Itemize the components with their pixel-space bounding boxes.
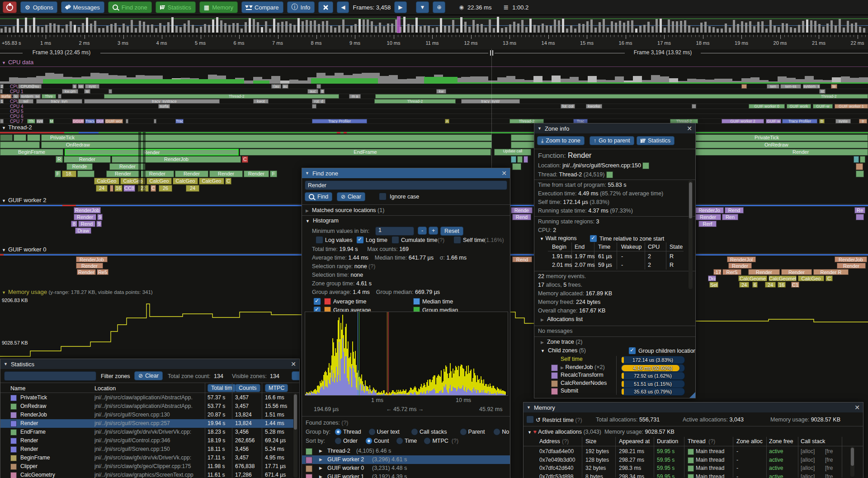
group-children-checkbox[interactable] — [628, 347, 636, 355]
statistics-row-clipper[interactable]: Clipperjni/../jni/src/claw/gfx/geo/Clipp… — [0, 462, 293, 471]
memory-titlebar[interactable]: ▼Memory✕ — [524, 402, 863, 412]
alloc-callstack-link[interactable]: [alloc] — [801, 465, 815, 471]
zone-info-titlebar[interactable]: ▼Zone info✕ — [534, 123, 695, 133]
close-icon[interactable]: ✕ — [291, 361, 296, 367]
statistics-row-renderjob[interactable]: RenderJobjni/../jni/src/guif/Screen.cpp:… — [0, 411, 293, 419]
find-clear-button[interactable]: ⊘Clear — [337, 192, 365, 201]
matched-source-locations[interactable]: Matched source locations — [312, 207, 376, 213]
statistics-row-render[interactable]: Renderjni/../jni/src/guif/Screen.cpp:150… — [0, 445, 293, 454]
find-zone-titlebar[interactable]: ▼Find zone✕ — [302, 168, 510, 178]
memory-row[interactable]: 0x7e049b3d00128 bytes298.27 ms59.95 sMai… — [524, 456, 849, 464]
statistics-clear-button[interactable]: ⊘Clear — [134, 371, 163, 380]
statistics-filter-input[interactable] — [4, 371, 96, 381]
histogram-section[interactable]: Histogram — [313, 218, 339, 224]
sort-column-mtpc[interactable]: MTPC — [265, 384, 288, 392]
sort-column-counts[interactable]: Counts — [235, 384, 260, 392]
zone-counts: 3,456 — [235, 446, 260, 452]
close-icon[interactable]: ✕ — [501, 170, 507, 176]
memory-column-address[interactable]: Address — [539, 438, 560, 445]
location-color-square[interactable] — [642, 162, 649, 169]
time-relative-checkbox[interactable] — [590, 235, 597, 242]
reset-button[interactable]: Reset — [440, 227, 463, 236]
sort-by-count[interactable] — [365, 437, 373, 445]
child-zone-submit[interactable]: Submit — [561, 388, 578, 394]
zone-trace-section[interactable]: Zone trace — [547, 339, 574, 345]
group-by-call-stacks[interactable] — [411, 428, 418, 435]
alloc-callstack-link[interactable]: [alloc] — [801, 457, 815, 463]
memory-column-size[interactable]: Size — [585, 438, 596, 445]
alloc-callstack-link[interactable]: [alloc] — [801, 473, 815, 478]
memory-column-appeared-at[interactable]: Appeared at — [619, 438, 650, 445]
statistics-titlebar[interactable]: ▼Statistics✕ — [0, 359, 299, 369]
sort-by-mtpc[interactable] — [424, 437, 431, 445]
zone-info-scrollbar[interactable] — [689, 180, 693, 289]
alloc-free-link[interactable]: [fre — [825, 473, 845, 478]
checkbox-self-time[interactable] — [453, 236, 461, 244]
min-bin-input[interactable]: 1 — [375, 227, 414, 236]
min-bin-increase-button[interactable]: + — [429, 227, 438, 235]
found-group-thread-2[interactable]: ▶Thread-2(4,105) 6.46 s — [302, 447, 510, 455]
group-by-no-grouping[interactable] — [493, 428, 500, 435]
ignore-case-checkbox[interactable] — [379, 193, 387, 200]
found-group-guif-worker-0[interactable]: ▶GUIF worker 0(3,231) 4.48 s — [302, 464, 510, 473]
zone-mtpc: 15.56 ms — [265, 403, 291, 409]
statistics-row-privatetick[interactable]: PrivateTickjni/../jni/src/claw/applicati… — [0, 393, 293, 402]
alloc-free-link[interactable]: [fre — [825, 465, 845, 471]
child-zone-self-time[interactable]: Self time — [561, 356, 583, 362]
min-bin-decrease-button[interactable]: - — [418, 227, 427, 235]
zone-location[interactable]: jni/../jni/src/guif/Screen.cpp:150 — [562, 162, 641, 169]
statistics-row-calcgeometry[interactable]: CalcGeometryjni/../jni/src/claw/graphics… — [0, 471, 293, 478]
memory-column-zone-alloc[interactable]: Zone alloc — [736, 438, 763, 445]
group-by-parent[interactable] — [460, 428, 467, 435]
go-to-parent-button[interactable]: ↑Go to parent — [590, 136, 634, 145]
found-group-guif-worker-1[interactable]: ▶GUIF worker 1(3,192) 4.39 s — [302, 473, 510, 478]
checkbox-cumulate-time[interactable] — [392, 236, 399, 244]
allocations-list-section[interactable]: Allocations list — [547, 316, 583, 322]
statistics-row-endframe[interactable]: EndFramejni/../jni/src/claw/gfx/drv/vk/D… — [0, 428, 293, 436]
sort-by-order[interactable] — [335, 437, 342, 445]
child-zone-renderjob[interactable]: ▶ RenderJob (×2) — [561, 364, 605, 370]
group-by-thread[interactable] — [335, 428, 342, 435]
resize-grip[interactable] — [689, 392, 695, 398]
statistics-row-beginframe[interactable]: BeginFramejni/../jni/src/claw/gfx/drv/vk… — [0, 454, 293, 462]
alloc-free-link[interactable]: [fre — [825, 448, 845, 454]
legend-checkbox[interactable] — [313, 298, 321, 305]
find-zone-panel: ▼Find zone✕ Find ⊘Clear Ignore case ▶ Ma… — [302, 168, 510, 478]
memory-column-zone-free[interactable]: Zone free — [769, 438, 793, 445]
sort-by-time[interactable] — [396, 437, 403, 445]
zone-statistics-button[interactable]: Statistics — [637, 136, 675, 145]
find-button[interactable]: Find — [305, 192, 332, 201]
close-icon[interactable]: ✕ — [687, 125, 692, 132]
thread-color-square[interactable] — [606, 171, 613, 178]
group-by-user-text[interactable] — [368, 428, 376, 435]
memory-row[interactable]: 0x7dfc42d64032 bytes298.3 ms59.95 sMain … — [524, 464, 849, 473]
restrict-time-checkbox[interactable] — [526, 416, 534, 423]
memory-column-duration[interactable]: Duration — [657, 438, 678, 445]
close-icon[interactable]: ✕ — [854, 404, 860, 411]
checkbox-log-values[interactable] — [316, 236, 323, 244]
zone-thread[interactable]: Thread-2 — [559, 171, 582, 178]
memory-column-call-stack[interactable]: Call stack — [801, 438, 825, 445]
zoom-to-zone-button[interactable]: ⤓Zoom to zone — [537, 136, 585, 145]
active-allocations-section[interactable]: Active allocations — [538, 429, 582, 435]
statistics-row-render[interactable]: Renderjni/../jni/src/guif/Screen.cpp:257… — [0, 419, 293, 428]
alloc-zone-alloc: - — [736, 473, 738, 478]
memory-scrollbar[interactable] — [850, 447, 854, 477]
find-zone-search-input[interactable] — [305, 180, 507, 190]
checkbox-log-time[interactable] — [356, 236, 364, 244]
memory-row[interactable]: 0x7dfc53d8988 bytes298.34 ms59.95 sMain … — [524, 473, 849, 478]
child-zone-recalctransform[interactable]: RecalcTransform — [561, 372, 604, 378]
statistics-extra-button[interactable] — [292, 371, 300, 380]
find-zone-histogram[interactable] — [305, 312, 508, 396]
statistics-row-onredraw[interactable]: OnRedrawjni/../jni/src/claw/application/… — [0, 402, 293, 411]
alloc-callstack-link[interactable]: [alloc] — [801, 448, 815, 454]
child-zone-calcrendernodes[interactable]: CalcRenderNodes — [561, 380, 607, 386]
statistics-scrollbar[interactable] — [293, 393, 297, 478]
alloc-free-link[interactable]: [fre — [825, 457, 845, 463]
wait-regions-section[interactable]: Wait regions — [545, 235, 576, 241]
memory-row[interactable]: 0x7dfaa64e00192 bytes298.21 ms59.95 sMai… — [524, 448, 849, 456]
statistics-row-render[interactable]: Renderjni/../jni/src/guif/Control.cpp:34… — [0, 436, 293, 445]
memory-column-thread[interactable]: Thread — [688, 438, 706, 445]
child-zones-section[interactable]: Child zones — [548, 347, 577, 354]
found-group-guif-worker-2[interactable]: ▶GUIF worker 2(3,296) 4.61 s — [302, 455, 510, 464]
